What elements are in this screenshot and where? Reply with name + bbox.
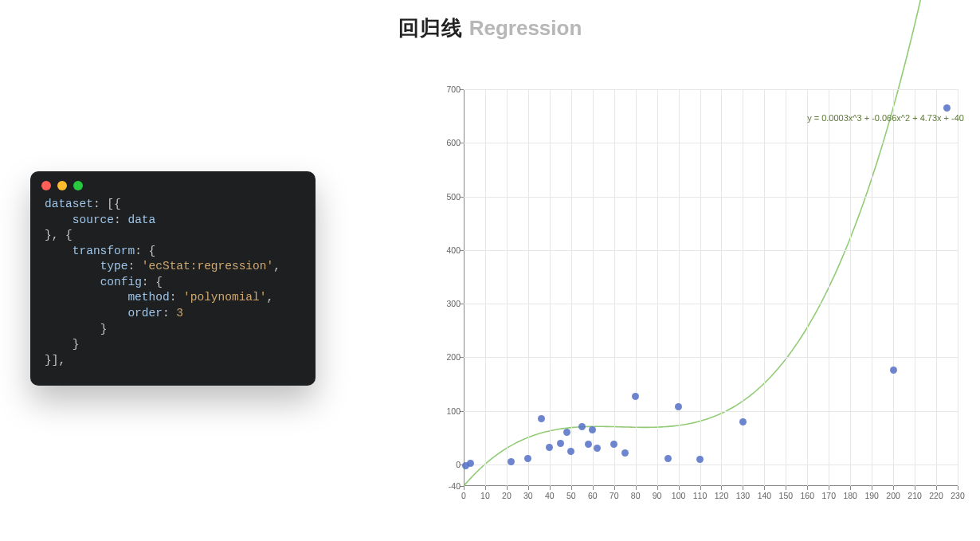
- grid-line: [571, 89, 572, 486]
- x-tick-label: 30: [523, 491, 533, 500]
- x-tick-label: 100: [672, 491, 686, 500]
- tick-mark: [936, 486, 937, 490]
- x-tick-label: 230: [951, 491, 965, 500]
- x-tick-label: 190: [864, 491, 879, 500]
- data-point: [467, 460, 474, 467]
- tick-mark: [850, 486, 851, 490]
- x-tick-label: 140: [758, 491, 772, 500]
- grid-line: [464, 357, 958, 358]
- tick-mark: [764, 486, 765, 490]
- grid-line: [657, 89, 658, 486]
- grid-line: [464, 250, 958, 251]
- y-tick-label: 600: [440, 138, 461, 147]
- regression-chart: y = 0.0003x^3 + -0.066x^2 + 4.73x + -40 …: [440, 84, 966, 515]
- tick-mark: [700, 486, 701, 490]
- regression-equation-label: y = 0.0003x^3 + -0.066x^2 + 4.73x + -40: [807, 113, 964, 123]
- data-point: [557, 440, 564, 447]
- y-tick-label: 100: [440, 406, 461, 416]
- tick-mark: [614, 486, 615, 490]
- tick-mark: [528, 486, 529, 490]
- tick-mark: [872, 486, 872, 490]
- x-tick-label: 80: [631, 491, 641, 500]
- tick-mark: [636, 486, 637, 490]
- page-title: 回归线 Regression: [0, 14, 980, 42]
- grid-line: [850, 89, 851, 486]
- data-point: [664, 455, 672, 462]
- grid-line: [872, 89, 872, 486]
- tick-mark: [593, 486, 594, 490]
- y-tick-label: 200: [440, 352, 461, 362]
- grid-line: [528, 89, 529, 486]
- tick-mark: [485, 486, 486, 490]
- grid-line: [614, 89, 615, 486]
- data-point: [890, 367, 897, 374]
- x-tick-label: 220: [929, 491, 943, 500]
- grid-line: [464, 89, 958, 90]
- tick-mark: [550, 486, 551, 490]
- maximize-icon: [73, 181, 83, 190]
- data-point: [567, 448, 574, 455]
- x-tick-label: 120: [715, 491, 729, 500]
- window-traffic-lights: [30, 171, 316, 190]
- tick-mark: [915, 486, 915, 490]
- x-tick-label: 0: [461, 491, 466, 500]
- grid-line: [958, 89, 958, 486]
- grid-line: [829, 89, 829, 486]
- y-tick-label: 300: [440, 299, 461, 308]
- data-point: [675, 403, 682, 410]
- tick-mark: [571, 486, 572, 490]
- grid-line: [807, 89, 808, 486]
- grid-line: [700, 89, 701, 486]
- plot-area: [464, 89, 958, 486]
- data-point: [538, 415, 545, 422]
- tick-mark: [786, 486, 786, 490]
- tick-mark: [893, 486, 894, 490]
- grid-line: [679, 89, 680, 486]
- grid-line: [786, 89, 786, 486]
- x-tick-label: 70: [610, 491, 619, 500]
- code-block: dataset: [{ source: data }, { transform:…: [30, 197, 316, 373]
- grid-line: [464, 197, 958, 198]
- minimize-icon: [57, 181, 67, 190]
- grid-line: [936, 89, 937, 486]
- tick-mark: [829, 486, 829, 490]
- grid-line: [764, 89, 765, 486]
- tick-mark: [507, 486, 508, 490]
- x-tick-label: 160: [801, 491, 815, 500]
- code-snippet-card: dataset: [{ source: data }, { transform:…: [30, 171, 316, 386]
- grid-line: [636, 89, 637, 486]
- regression-path: [464, 0, 958, 486]
- y-tick-label: 500: [440, 192, 461, 202]
- grid-line: [464, 411, 958, 412]
- data-point: [621, 449, 629, 457]
- x-tick-label: 180: [843, 491, 857, 500]
- x-tick-label: 110: [693, 491, 708, 500]
- x-tick-label: 60: [588, 491, 598, 500]
- data-point: [739, 418, 747, 425]
- tick-mark: [464, 486, 465, 490]
- y-tick-label: -40: [440, 481, 461, 491]
- x-tick-label: 10: [480, 491, 490, 500]
- x-tick-label: 50: [566, 491, 576, 500]
- title-en: Regression: [469, 16, 582, 40]
- y-tick-label: 700: [440, 84, 461, 94]
- x-tick-label: 90: [653, 491, 662, 500]
- grid-line: [485, 89, 486, 486]
- data-point: [524, 455, 531, 462]
- tick-mark: [679, 486, 680, 490]
- tick-mark: [721, 486, 722, 490]
- tick-mark: [657, 486, 658, 490]
- grid-line: [464, 465, 958, 465]
- data-point: [594, 445, 601, 452]
- x-tick-label: 170: [821, 491, 836, 500]
- regression-line: [464, 89, 958, 486]
- grid-line: [893, 89, 894, 486]
- grid-line: [507, 89, 508, 486]
- y-tick-label: 0: [440, 460, 461, 469]
- title-zh: 回归线: [398, 16, 463, 40]
- tick-mark: [743, 486, 743, 490]
- data-point: [943, 104, 951, 112]
- grid-line: [550, 89, 551, 486]
- data-point: [508, 458, 515, 465]
- data-point: [696, 456, 704, 463]
